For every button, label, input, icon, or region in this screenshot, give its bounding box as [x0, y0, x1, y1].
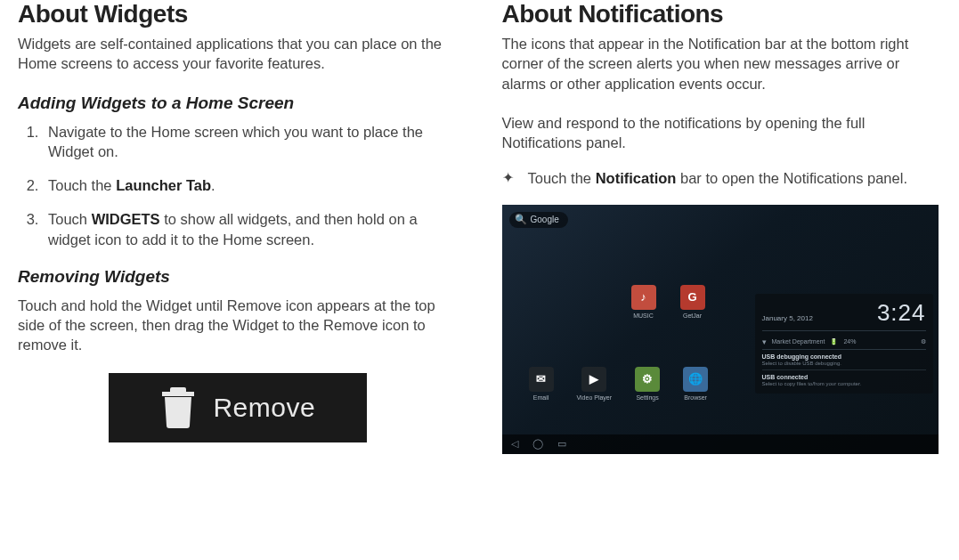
heading-adding-widgets: Adding Widgets to a Home Screen [18, 93, 458, 113]
panel-date: January 5, 2012 [762, 314, 813, 322]
heading-removing-widgets: Removing Widgets [18, 267, 458, 287]
adding-widgets-steps: Navigate to the Home screen which you wa… [18, 122, 458, 249]
star-bullet-icon: ✦ [502, 168, 514, 188]
panel-battery-pct: 24% [843, 338, 856, 345]
app-browser[interactable]: 🌐 Browser [683, 367, 708, 401]
back-icon[interactable]: ◁ [511, 438, 518, 450]
app-email-label: Email [533, 394, 549, 401]
search-pill[interactable]: 🔍 Google [509, 212, 568, 228]
left-column: About Widgets Widgets are self-contained… [18, 0, 458, 454]
bullet-touch-notification: ✦ Touch the Notification bar to open the… [502, 168, 942, 188]
bullet-bold: Notification [596, 170, 677, 186]
app-getjar-label: GetJar [683, 312, 702, 319]
app-video-label: Video Player [577, 394, 613, 401]
removing-widgets-para: Touch and hold the Widget until Remove i… [18, 296, 458, 355]
app-settings[interactable]: ⚙ Settings [635, 367, 660, 401]
settings-quick-icon[interactable]: ⚙ [921, 338, 926, 345]
trash-icon [159, 386, 197, 429]
music-icon: ♪ [631, 285, 656, 310]
notification-item[interactable]: USB debugging connected Select to disabl… [762, 350, 926, 370]
notif-1-title: USB debugging connected [762, 353, 926, 360]
app-email[interactable]: ✉ Email [529, 367, 554, 401]
bullet-pre: Touch the [528, 170, 596, 186]
app-settings-label: Settings [636, 394, 658, 401]
tablet-screenshot: 🔍 Google ♪ MUSIC G GetJar ✉ Email ▶ Vide… [502, 205, 939, 454]
step-2-pre: Touch the [48, 177, 116, 193]
browser-icon: 🌐 [683, 367, 708, 392]
app-music-label: MUSIC [633, 312, 654, 319]
dock-row: ✉ Email ▶ Video Player ⚙ Settings 🌐 Brow… [529, 367, 709, 401]
video-icon: ▶ [581, 367, 606, 392]
settings-icon: ⚙ [635, 367, 660, 392]
panel-time: 3:24 [877, 299, 926, 327]
app-getjar[interactable]: G GetJar [680, 285, 705, 319]
right-column: About Notifications The icons that appea… [502, 0, 942, 454]
panel-status-text: Market Department [772, 338, 825, 345]
system-navbar: ◁ ◯ ▭ [502, 434, 939, 454]
step-2-post: . [211, 177, 215, 193]
panel-status-row[interactable]: ▾ Market Department 🔋 24% ⚙ [762, 335, 926, 350]
battery-icon: 🔋 [830, 338, 838, 345]
step-2-bold: Launcher Tab [116, 177, 211, 193]
heading-about-notifications: About Notifications [502, 0, 942, 28]
notification-item[interactable]: USB connected Select to copy files to/fr… [762, 370, 926, 390]
getjar-icon: G [680, 285, 705, 310]
panel-header: January 5, 2012 3:24 [762, 299, 926, 331]
step-3: Touch WIDGETS to show all widgets, and t… [43, 209, 458, 249]
step-2: Touch the Launcher Tab. [43, 175, 458, 195]
search-icon: 🔍 [515, 214, 527, 225]
notif-1-sub: Select to disable USB debugging. [762, 361, 926, 366]
email-icon: ✉ [529, 367, 554, 392]
notif-2-sub: Select to copy files to/from your comput… [762, 381, 926, 386]
notifications-para2: View and respond to the notifications by… [502, 113, 942, 153]
home-icon[interactable]: ◯ [532, 438, 543, 450]
notif-2-title: USB connected [762, 374, 926, 380]
step-3-pre: Touch [48, 211, 92, 227]
widgets-intro: Widgets are self-contained applications … [18, 34, 458, 74]
app-browser-label: Browser [684, 394, 707, 401]
remove-badge-label: Remove [213, 393, 315, 423]
notifications-intro: The icons that appear in the Notificatio… [502, 34, 942, 93]
search-label: Google [531, 215, 559, 224]
recents-icon[interactable]: ▭ [557, 438, 566, 450]
step-3-bold: WIDGETS [92, 211, 160, 227]
wifi-icon: ▾ [762, 337, 767, 346]
notification-panel[interactable]: January 5, 2012 3:24 ▾ Market Department… [755, 294, 933, 394]
heading-about-widgets: About Widgets [18, 0, 458, 28]
app-video[interactable]: ▶ Video Player [577, 367, 613, 401]
step-1: Navigate to the Home screen which you wa… [43, 122, 458, 162]
bullet-text: Touch the Notification bar to open the N… [528, 168, 907, 188]
step-1-text: Navigate to the Home screen which you wa… [48, 124, 423, 159]
app-music[interactable]: ♪ MUSIC [631, 285, 656, 319]
remove-badge: Remove [109, 373, 367, 442]
bullet-post: bar to open the Notifications panel. [676, 170, 907, 186]
